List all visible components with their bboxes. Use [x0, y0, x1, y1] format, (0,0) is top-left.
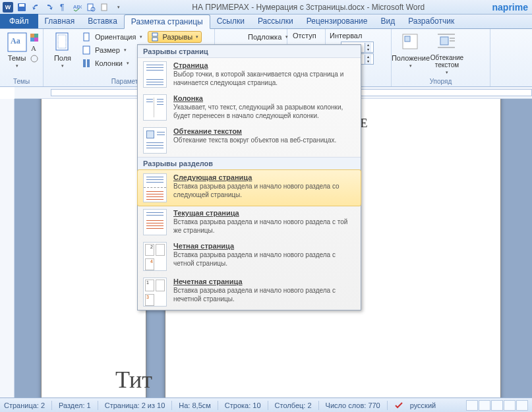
tab-view[interactable]: Вид — [374, 14, 401, 28]
tab-developer[interactable]: Разработчик — [401, 14, 461, 28]
preview-icon[interactable] — [85, 1, 97, 13]
theme-effects-icon[interactable] — [30, 54, 39, 63]
svg-rect-18 — [83, 46, 90, 54]
spellcheck-icon[interactable]: ABC — [71, 1, 83, 13]
status-column[interactable]: Столбец: 2 — [275, 401, 312, 409]
vertical-ruler[interactable] — [0, 99, 15, 397]
themes-button[interactable]: Aa Темы ▾ — [4, 30, 30, 69]
svg-rect-27 — [440, 37, 448, 45]
view-full-screen[interactable] — [479, 400, 490, 411]
menu-section-page-breaks: Разрывы страниц — [138, 45, 361, 58]
break-text-wrapping-icon — [143, 127, 167, 154]
svg-rect-11 — [30, 38, 34, 42]
svg-text:ABC: ABC — [73, 4, 82, 10]
svg-rect-20 — [87, 59, 90, 67]
margins-button[interactable]: Поля ▾ — [47, 30, 78, 70]
group-themes: Aa Темы ▾ A Темы — [0, 29, 44, 86]
break-even-page-item[interactable]: 2 4 Четная страницаВставка разрыва разде… — [138, 239, 361, 274]
tab-mailings[interactable]: Рассылки — [251, 14, 300, 28]
break-odd-page-item[interactable]: 1 3 Нечетная страницаВставка разрыва раз… — [138, 274, 361, 310]
breaks-button[interactable]: Разрывы▾ — [146, 30, 203, 44]
status-at[interactable]: На: 8,5см — [179, 401, 211, 409]
status-page[interactable]: Страница: 2 — [4, 401, 45, 409]
svg-text:A: A — [31, 44, 36, 52]
status-page-of[interactable]: Страница: 2 из 10 — [105, 401, 165, 409]
status-spellcheck-icon[interactable] — [394, 401, 403, 410]
break-text-wrapping-item[interactable]: Обтекание текстомОбтекание текста вокруг… — [138, 124, 361, 157]
svg-point-14 — [31, 55, 38, 62]
view-draft[interactable] — [516, 400, 528, 411]
position-button[interactable]: Положение▾ — [396, 30, 426, 75]
svg-rect-26 — [405, 36, 410, 42]
svg-rect-12 — [34, 38, 38, 42]
tab-file[interactable]: Файл — [0, 14, 38, 28]
svg-rect-6 — [102, 4, 107, 11]
group-arrange: Положение▾ Обтекание текстом▾ Упоряд — [392, 29, 490, 86]
size-button[interactable]: Размер▾ — [80, 44, 144, 57]
svg-rect-9 — [30, 34, 34, 38]
app-icon: W — [3, 2, 13, 13]
svg-rect-21 — [152, 33, 158, 36]
view-buttons — [466, 400, 528, 411]
save-icon[interactable] — [16, 1, 28, 13]
svg-rect-19 — [83, 59, 86, 67]
orientation-button[interactable]: Ориентация▾ — [80, 30, 144, 44]
title-bar: W ¶ ABC ▾ НА ПРИМЕРАХ - Нумерация с 3стр… — [0, 0, 532, 15]
status-section[interactable]: Раздел: 1 — [59, 401, 91, 409]
svg-text:Aa: Aa — [11, 36, 20, 45]
svg-rect-1 — [19, 4, 24, 7]
redo-icon[interactable] — [44, 1, 55, 13]
window-title: НА ПРИМЕРАХ - Нумерация с 3страницы.docx… — [125, 3, 492, 12]
break-even-page-icon: 2 4 — [143, 242, 167, 271]
break-odd-page-icon: 1 3 — [143, 278, 167, 307]
svg-text:¶: ¶ — [60, 3, 64, 12]
menu-section-section-breaks: Разрывы разделов — [138, 157, 361, 170]
watermark-text: naprime — [492, 2, 529, 13]
undo-icon[interactable] — [30, 1, 42, 13]
indent-label: Отступ — [291, 30, 321, 41]
svg-rect-10 — [34, 34, 38, 38]
ribbon-tabs: Файл Главная Вставка Разметка страницы С… — [0, 15, 532, 29]
page-1[interactable]: Тит — [41, 99, 146, 397]
new-icon[interactable] — [99, 1, 111, 13]
tab-review[interactable]: Рецензирование — [300, 14, 374, 28]
pilcrow-icon[interactable]: ¶ — [57, 1, 69, 13]
qat-customize-icon[interactable]: ▾ — [113, 1, 125, 13]
break-continuous-item[interactable]: Текущая страницаВставка разрыва раздела … — [138, 206, 361, 239]
quick-access-toolbar: ¶ ABC ▾ — [16, 1, 125, 13]
status-bar: Страница: 2 Раздел: 1 Страница: 2 из 10 … — [0, 397, 532, 412]
tab-page-layout[interactable]: Разметка страницы — [124, 15, 210, 29]
tab-references[interactable]: Ссылки — [210, 14, 251, 28]
spacing-label: Интервал — [330, 30, 387, 41]
status-language[interactable]: русский — [410, 401, 436, 409]
tab-insert[interactable]: Вставка — [81, 14, 124, 28]
tab-home[interactable]: Главная — [38, 14, 82, 28]
breaks-dropdown-menu: Разрывы страниц СтраницаВыбор точки, в к… — [137, 44, 361, 310]
break-continuous-icon — [143, 209, 167, 235]
break-page-item[interactable]: СтраницаВыбор точки, в которой заканчива… — [138, 58, 361, 91]
svg-rect-22 — [152, 38, 158, 41]
break-page-icon — [143, 61, 167, 88]
break-next-page-item[interactable]: Следующая страницаВставка разрыва раздел… — [137, 169, 361, 206]
theme-colors-icon[interactable] — [30, 33, 39, 42]
watermark-button[interactable]: Подложка▾ — [244, 30, 283, 44]
view-outline[interactable] — [504, 400, 516, 411]
svg-rect-17 — [84, 33, 89, 41]
wrap-text-button[interactable]: Обтекание текстом▾ — [427, 30, 467, 75]
columns-button[interactable]: Колонки▾ — [80, 57, 144, 70]
status-word-count[interactable]: Число слов: 770 — [326, 401, 380, 409]
break-column-icon — [143, 94, 167, 121]
view-print-layout[interactable] — [466, 400, 478, 411]
break-next-page-icon — [143, 173, 167, 202]
view-web-layout[interactable] — [491, 400, 503, 411]
theme-fonts-icon[interactable]: A — [30, 44, 39, 53]
status-line[interactable]: Строка: 10 — [225, 401, 261, 409]
break-column-item[interactable]: КолонкаУказывает, что текст, следующий з… — [138, 91, 361, 124]
